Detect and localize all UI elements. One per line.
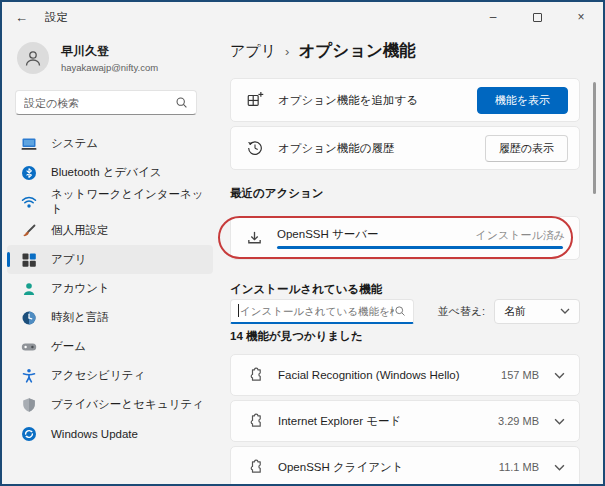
settings-window: ← 設定 – × 早川久登 hayakawajp@nifty.com システム <box>0 0 605 486</box>
feature-row-facial-recognition[interactable]: Facial Recognition (Windows Hello) 157 M… <box>230 354 580 396</box>
user-name: 早川久登 <box>61 43 158 60</box>
settings-search-box[interactable] <box>15 90 197 115</box>
chevron-down-icon[interactable] <box>554 418 565 425</box>
sidebar-item-label: ゲーム <box>51 339 86 354</box>
sidebar-item-label: アカウント <box>51 281 110 296</box>
user-email: hayakawajp@nifty.com <box>61 62 158 73</box>
feature-size: 3.29 MB <box>498 415 539 427</box>
sidebar-item-accessibility[interactable]: アクセシビリティ <box>7 361 213 390</box>
window-controls: – × <box>471 2 603 32</box>
avatar <box>17 42 49 74</box>
recent-actions-heading: 最近のアクション <box>230 186 324 201</box>
sidebar-item-windows-update[interactable]: Windows Update <box>7 419 213 448</box>
windows-update-icon <box>21 426 37 442</box>
sidebar-item-label: システム <box>51 136 98 151</box>
search-icon <box>175 96 188 109</box>
feature-name: Internet Explorer モード <box>278 414 401 429</box>
puzzle-icon <box>247 367 263 383</box>
add-optional-feature-label: オプション機能を追加する <box>278 93 418 108</box>
sidebar-item-bluetooth[interactable]: Bluetooth とデバイス <box>7 158 213 187</box>
recent-feature-name: OpenSSH サーバー <box>277 227 379 242</box>
installed-features-heading: インストールされている機能 <box>230 282 382 297</box>
titlebar: ← 設定 – × <box>2 2 603 32</box>
feature-row-openssh-client[interactable]: OpenSSH クライアント 11.1 MB <box>230 446 580 486</box>
feature-size: 157 MB <box>501 369 539 381</box>
system-icon <box>21 136 37 152</box>
feature-search-input[interactable] <box>240 305 394 317</box>
sidebar-item-label: プライバシーとセキュリティ <box>51 397 204 412</box>
sidebar: 早川久登 hayakawajp@nifty.com システム Bluetooth… <box>2 32 218 448</box>
install-status-label: インストール済み <box>475 228 565 243</box>
personalization-icon <box>21 223 37 239</box>
maximize-button[interactable] <box>515 2 559 32</box>
sidebar-item-label: アプリ <box>51 252 86 267</box>
search-icon <box>394 305 406 317</box>
feature-search-box[interactable] <box>230 299 414 324</box>
network-icon <box>21 194 37 210</box>
feature-history-card[interactable]: オプション機能の履歴 履歴の表示 <box>230 126 580 170</box>
add-optional-feature-card[interactable]: オプション機能を追加する 機能を表示 <box>230 78 580 122</box>
sidebar-item-label: Bluetooth とデバイス <box>51 165 162 180</box>
text-caret <box>238 304 239 317</box>
sidebar-item-system[interactable]: システム <box>7 129 213 158</box>
sidebar-item-label: ネットワークとインターネット <box>51 187 213 217</box>
bluetooth-icon <box>21 165 37 181</box>
back-arrow-icon[interactable]: ← <box>15 10 35 25</box>
accessibility-icon <box>21 368 37 384</box>
feature-size: 11.1 MB <box>499 461 539 473</box>
sidebar-item-privacy[interactable]: プライバシーとセキュリティ <box>7 390 213 419</box>
installed-features-controls: 並べ替え: 名前 <box>230 298 580 324</box>
sidebar-item-network[interactable]: ネットワークとインターネット <box>7 187 213 216</box>
sort-dropdown-value: 名前 <box>504 304 560 319</box>
sidebar-item-gaming[interactable]: ゲーム <box>7 332 213 361</box>
sort-dropdown[interactable]: 名前 <box>494 299 580 324</box>
settings-search-input[interactable] <box>24 97 175 109</box>
install-progress-bar <box>277 246 563 249</box>
sidebar-item-time-language[interactable]: 時刻と言語 <box>7 303 213 332</box>
maximize-icon <box>533 13 542 22</box>
sort-by-label: 並べ替え: <box>437 304 485 319</box>
main-content: アプリ › オプション機能 オプション機能を追加する 機能を表示 オプション機能… <box>230 32 580 486</box>
result-count: 14 機能が見つかりました <box>230 329 363 344</box>
chevron-down-icon <box>560 308 570 314</box>
sidebar-item-label: アクセシビリティ <box>51 368 145 383</box>
chevron-down-icon[interactable] <box>554 464 565 471</box>
feature-name: Facial Recognition (Windows Hello) <box>278 369 460 381</box>
chevron-down-icon[interactable] <box>554 372 565 379</box>
puzzle-icon <box>247 413 263 429</box>
gaming-icon <box>21 339 37 355</box>
breadcrumb: アプリ › オプション機能 <box>230 40 416 62</box>
window-title: 設定 <box>45 10 68 25</box>
sidebar-item-label: 個人用設定 <box>51 223 109 238</box>
sidebar-item-apps[interactable]: アプリ <box>7 245 213 274</box>
sidebar-nav: システム Bluetooth とデバイス ネットワークとインターネット 個人用設… <box>2 129 218 448</box>
privacy-icon <box>21 397 37 413</box>
feature-history-label: オプション機能の履歴 <box>278 141 395 156</box>
accounts-icon <box>21 281 37 297</box>
minimize-button[interactable]: – <box>471 2 515 32</box>
vertical-scrollbar-thumb[interactable] <box>593 82 596 194</box>
recent-action-row[interactable]: OpenSSH サーバー インストール済み <box>230 216 580 260</box>
download-icon <box>246 230 263 247</box>
close-button[interactable]: × <box>559 2 603 32</box>
person-icon <box>23 48 43 68</box>
feature-name: OpenSSH クライアント <box>278 460 404 475</box>
user-profile[interactable]: 早川久登 hayakawajp@nifty.com <box>17 42 218 74</box>
add-features-icon <box>246 91 264 109</box>
apps-icon <box>21 252 37 268</box>
breadcrumb-apps[interactable]: アプリ <box>230 42 276 61</box>
view-history-button[interactable]: 履歴の表示 <box>485 135 568 162</box>
sidebar-item-personalization[interactable]: 個人用設定 <box>7 216 213 245</box>
puzzle-icon <box>247 459 263 475</box>
breadcrumb-separator: › <box>285 44 289 59</box>
view-features-button[interactable]: 機能を表示 <box>477 87 568 114</box>
feature-row-ie-mode[interactable]: Internet Explorer モード 3.29 MB <box>230 400 580 442</box>
page-title: オプション機能 <box>298 40 415 62</box>
time-language-icon <box>21 310 37 326</box>
sidebar-item-label: Windows Update <box>51 428 138 440</box>
history-icon <box>246 139 264 157</box>
sidebar-item-label: 時刻と言語 <box>51 310 109 325</box>
sidebar-item-accounts[interactable]: アカウント <box>7 274 213 303</box>
